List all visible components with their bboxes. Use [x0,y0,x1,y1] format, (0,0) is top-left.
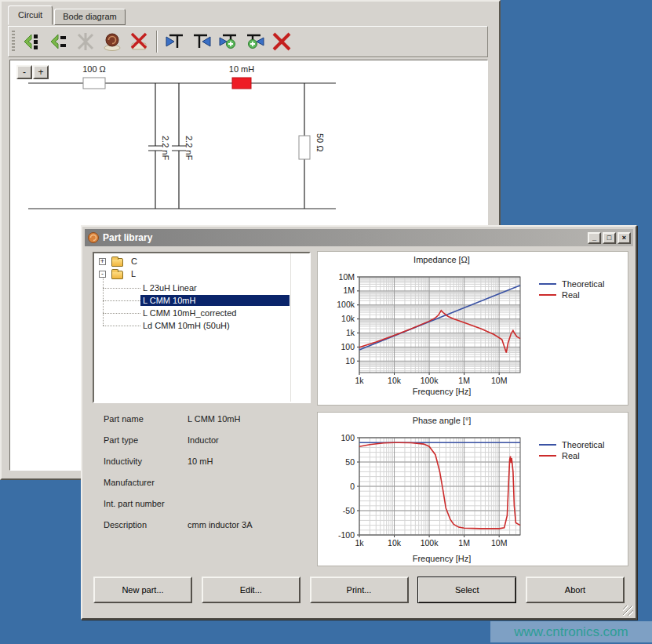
svg-text:10: 10 [345,356,355,366]
capacitor-2-label: 2.2 nF [184,136,194,160]
add-marker-right-icon [244,31,266,53]
part-library-button[interactable] [100,29,125,54]
maximize-button[interactable]: □ [603,232,616,244]
delete-part-icon [128,31,150,53]
zoom-in-button[interactable]: + [33,65,49,79]
toolbar-grip[interactable] [12,31,15,53]
svg-text:100k: 100k [421,538,439,548]
tree-expander-c[interactable]: + [99,258,106,265]
nudge-part-left-icon [21,31,43,53]
svg-text:10M: 10M [491,538,507,548]
resistor-100ohm[interactable] [83,78,105,89]
add-marker-left-button[interactable] [216,29,241,54]
svg-text:1k: 1k [346,328,355,337]
delete-part-button[interactable] [126,29,151,54]
tab-circuit[interactable]: Circuit [8,5,53,25]
inductivity-value: 10 mH [188,457,213,466]
folder-icon [111,258,123,267]
toolbar [8,26,488,57]
part-type-label: Part type [104,435,138,445]
delete-marker-icon [271,31,293,53]
svg-text:100k: 100k [421,376,439,385]
theoretical-line-swatch [539,444,556,446]
resistor-50ohm[interactable] [299,136,310,159]
tab-bar: Circuit Bode diagram [8,6,126,25]
tree-column-divider [290,253,291,402]
add-marker-right-button[interactable] [242,29,268,54]
toolbar-separator [156,31,158,53]
select-button[interactable]: Select [417,577,516,603]
svg-text:-100: -100 [338,530,355,540]
tree-connector [103,277,104,326]
int-part-number-label: Int. part number [104,499,165,508]
phase-chart-panel: Phase angle [°] 1k10k100k1M10M100500-50-… [317,412,628,566]
watermark-banner: www.cntronics.com [490,621,652,642]
insert-part-left-button[interactable] [46,29,71,54]
svg-text:1k: 1k [355,538,364,548]
svg-text:1k: 1k [355,376,364,385]
real-line-swatch [539,455,556,457]
tab-bode-diagram[interactable]: Bode diagram [54,9,126,25]
capacitor-1[interactable] [148,83,162,209]
impedance-x-axis-label: Frequency [Hz] [318,387,566,396]
nudge-part-left-button[interactable] [20,29,45,54]
marker-left-button[interactable] [162,29,188,54]
folder-open-icon [111,271,123,279]
abort-button[interactable]: Abort [526,577,625,603]
tree-item-l[interactable]: L [129,268,138,279]
tree-item-l-cmm-10mh-corrected[interactable]: L CMM 10mH_corrected [140,307,239,318]
part-library-snail-icon [87,231,100,244]
part-name-value: L CMM 10mH [188,414,240,424]
resize-grip[interactable] [623,606,633,616]
capacitor-1-label: 2.2 nF [161,136,170,160]
delete-marker-button[interactable] [269,29,294,54]
cut-disabled-button[interactable] [73,29,98,54]
marker-right-button[interactable] [189,29,214,54]
svg-text:-50: -50 [343,506,355,515]
tree-expander-l[interactable]: - [99,271,106,278]
minimize-button[interactable]: _ [588,232,601,244]
svg-text:1M: 1M [458,376,470,385]
legend-real-label: Real [562,290,580,300]
print-button[interactable]: Print... [310,577,409,603]
marker-left-icon [164,31,186,53]
manufacturer-label: Manufacturer [104,478,155,487]
capacitor-2[interactable] [172,83,186,209]
close-button[interactable]: × [617,232,631,244]
part-name-label: Part name [104,414,144,424]
real-line-swatch [539,294,556,296]
svg-text:10k: 10k [388,538,402,548]
svg-text:1M: 1M [458,538,470,548]
tree-item-c[interactable]: C [129,256,140,267]
svg-text:50: 50 [345,457,355,467]
svg-text:10k: 10k [388,376,402,385]
tree-item-ld-cmm-10mh-50uh[interactable]: Ld CMM 10mH (50uH) [140,320,232,331]
new-part-button[interactable]: New part... [93,577,192,603]
inductivity-label: Inductivity [104,457,142,466]
tree-item-l-cmm-10mh[interactable]: L CMM 10mH [140,295,290,306]
zoom-out-button[interactable]: - [16,65,32,79]
svg-text:10k: 10k [341,314,355,323]
dialog-button-row: New part... Edit... Print... Select Abor… [93,577,625,603]
dialog-title: Part library [103,232,586,243]
description-label: Description [104,520,147,529]
dialog-title-bar[interactable]: Part library _ □ × [85,229,633,246]
svg-text:100k: 100k [337,300,355,309]
theoretical-line-swatch [539,283,556,285]
part-library-dialog: Part library _ □ × + C - L L 23uH Linear… [81,225,637,620]
tree-connector [103,326,140,326]
impedance-chart-panel: Impedance [Ω] 1k10k100k1M10M10M1M100k10k… [317,251,628,406]
resistor-50ohm-label: 50 Ω [315,133,325,152]
phase-x-axis-label: Frequency [Hz] [318,554,566,563]
part-tree[interactable]: + C - L L 23uH Linear L CMM 10mH L CMM 1… [93,252,311,403]
insert-part-left-icon [48,31,70,53]
tree-item-l23uh-linear[interactable]: L 23uH Linear [140,282,199,293]
part-type-value: Inductor [188,435,219,445]
edit-button[interactable]: Edit... [202,577,301,603]
svg-text:10M: 10M [491,376,507,385]
svg-text:10M: 10M [339,272,355,282]
svg-text:1M: 1M [343,286,355,295]
watermark-text: www.cntronics.com [514,624,628,640]
inductor-10mh[interactable] [232,78,251,89]
svg-text:100: 100 [341,342,355,351]
